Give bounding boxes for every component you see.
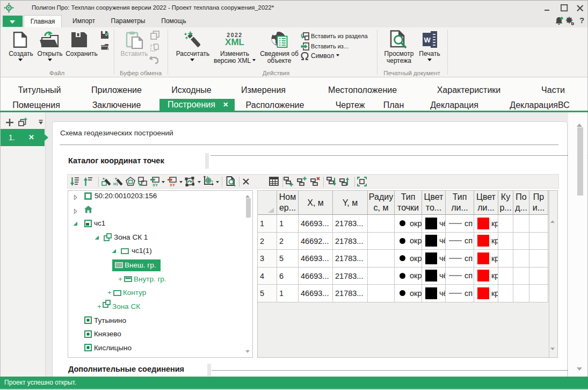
svg-text:XY: XY: [153, 183, 158, 186]
svg-text:XY: XY: [170, 183, 175, 186]
svg-text:x: x: [207, 176, 208, 178]
svg-text:H1: H1: [113, 182, 118, 186]
svg-text:y: y: [212, 179, 213, 183]
svg-text:W: W: [424, 36, 431, 44]
